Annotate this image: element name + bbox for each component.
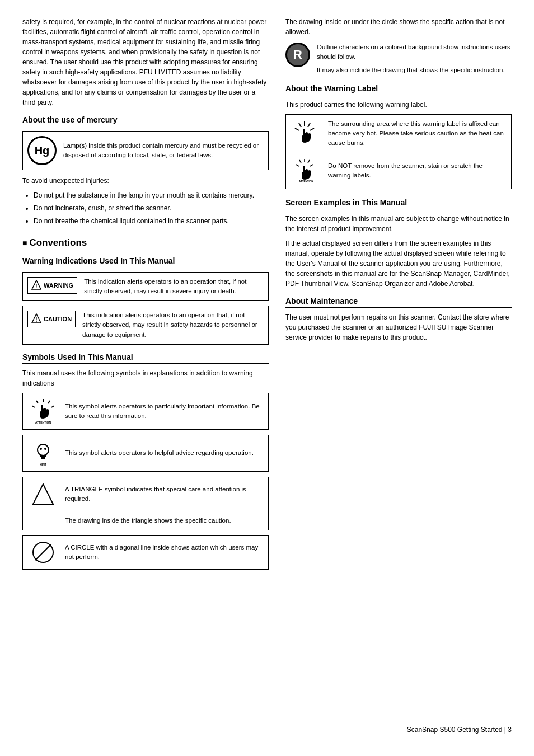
circle-slash-text: A CIRCLE with a diagonal line inside sho… bbox=[65, 543, 264, 562]
mercury-box-text: Lamp(s) inside this product contain merc… bbox=[63, 141, 264, 161]
svg-line-23 bbox=[295, 128, 299, 130]
warning-box: ! WARNING This indication alerts operato… bbox=[22, 272, 269, 302]
footer-text: ScanSnap S500 Getting Started | 3 bbox=[407, 726, 512, 734]
svg-rect-13 bbox=[40, 456, 46, 457]
caution-description: This indication alerts operators to an o… bbox=[82, 311, 264, 340]
svg-line-18 bbox=[35, 544, 51, 560]
bullet-1: Do not put the substance in the lamp in … bbox=[34, 190, 269, 201]
svg-line-5 bbox=[48, 401, 50, 403]
r-text-2: Outline characters on a colored backgrou… bbox=[317, 43, 512, 62]
attention-symbol-group: ATTENTION This symbol alerts operators t… bbox=[22, 393, 269, 430]
warning-label-intro: This product carries the following warni… bbox=[285, 100, 512, 110]
caution-box: ! CAUTION This indication alerts operato… bbox=[22, 306, 269, 345]
svg-text:ATTENTION: ATTENTION bbox=[299, 180, 313, 182]
svg-line-28 bbox=[296, 165, 299, 166]
r-text-3: It may also include the drawing that sho… bbox=[317, 65, 512, 75]
triangle-text: A TRIANGLE symbol indicates that special… bbox=[65, 485, 264, 504]
circle-slash-symbol-row: A CIRCLE with a diagonal line inside sho… bbox=[22, 535, 269, 570]
r-label: R bbox=[293, 48, 302, 62]
svg-point-10 bbox=[38, 444, 49, 456]
symbols-intro: This manual uses the following symbols i… bbox=[22, 368, 269, 388]
triangle-text-group: A TRIANGLE symbol indicates that special… bbox=[65, 485, 264, 504]
caution-label: ! CAUTION bbox=[27, 311, 76, 327]
svg-text:!: ! bbox=[35, 283, 37, 289]
intro-paragraph: safety is required, for example, in the … bbox=[22, 17, 269, 107]
warning-label-title: About the Warning Label bbox=[285, 84, 512, 95]
two-column-layout: safety is required, for example, in the … bbox=[22, 17, 512, 710]
triangle-symbol-group: A TRIANGLE symbol indicates that special… bbox=[22, 477, 269, 530]
triangle-symbol-row: A TRIANGLE symbol indicates that special… bbox=[23, 477, 268, 511]
screen-examples-title: Screen Examples in This Manual bbox=[285, 198, 512, 209]
heat-warning-row: The surrounding area where this warning … bbox=[285, 114, 512, 153]
maintenance-text: The user must not perform repairs on thi… bbox=[285, 312, 512, 342]
svg-text:HINT: HINT bbox=[40, 463, 46, 466]
svg-line-20 bbox=[308, 123, 310, 127]
warning-label: ! WARNING bbox=[27, 277, 77, 294]
do-not-remove-text: Do NOT remove from the scanner, stain or… bbox=[328, 161, 507, 181]
attention-text: This symbol alerts operators to particul… bbox=[65, 402, 264, 421]
svg-point-11 bbox=[40, 448, 42, 450]
warning-description: This indication alerts operators to an o… bbox=[84, 277, 264, 297]
svg-line-26 bbox=[310, 165, 313, 166]
triangle-icon-standalone bbox=[27, 482, 58, 506]
left-column: safety is required, for example, in the … bbox=[22, 17, 269, 710]
svg-line-27 bbox=[299, 160, 301, 163]
circle-slash-icon bbox=[27, 540, 58, 565]
svg-line-7 bbox=[36, 401, 38, 403]
hg-icon: Hg bbox=[27, 136, 57, 165]
bullet-2: Do not incinerate, crush, or shred the s… bbox=[34, 203, 269, 214]
svg-line-8 bbox=[32, 406, 35, 407]
svg-line-22 bbox=[299, 123, 301, 127]
svg-marker-16 bbox=[33, 484, 53, 504]
page-footer: ScanSnap S500 Getting Started | 3 bbox=[22, 721, 512, 734]
conventions-title: Conventions bbox=[22, 237, 269, 248]
heat-warning-text: The surrounding area where this warning … bbox=[328, 119, 507, 148]
bullet-3: Do not breathe the chemical liquid conta… bbox=[34, 216, 269, 227]
svg-text:ATTENTION: ATTENTION bbox=[35, 421, 51, 424]
attention-icon: ATTENTION bbox=[27, 398, 58, 425]
caution-triangle-icon: ! bbox=[31, 313, 41, 325]
caution-label-text: CAUTION bbox=[44, 316, 72, 322]
hint-icon: HINT bbox=[27, 440, 58, 467]
page: safety is required, for example, in the … bbox=[0, 0, 534, 756]
svg-line-6 bbox=[51, 406, 54, 407]
svg-point-12 bbox=[44, 448, 46, 450]
hint-symbol-group: HINT This symbol alerts operators to hel… bbox=[22, 435, 269, 472]
heat-warning-icon bbox=[291, 120, 321, 147]
warning-indications-title: Warning Indications Used In This Manual bbox=[22, 256, 269, 267]
circle-text-1: The drawing inside or under the circle s… bbox=[285, 17, 512, 37]
triangle-sub-row: The drawing inside the triangle shows th… bbox=[23, 511, 268, 530]
right-column: The drawing inside or under the circle s… bbox=[285, 17, 512, 710]
mercury-title: About the use of mercury bbox=[22, 115, 269, 126]
mercury-bullets: Do not put the substance in the lamp in … bbox=[34, 190, 269, 227]
avoid-text: To avoid unexpected injuries: bbox=[22, 176, 269, 186]
svg-rect-14 bbox=[41, 457, 45, 459]
hint-symbol-row: HINT This symbol alerts operators to hel… bbox=[23, 435, 268, 472]
r-circle-section: R Outline characters on a colored backgr… bbox=[285, 43, 512, 75]
do-not-remove-row: ATTENTION Do NOT remove from the scanner… bbox=[285, 153, 512, 189]
r-circle-icon: R bbox=[285, 43, 310, 67]
svg-line-25 bbox=[308, 160, 310, 163]
triangle-sub-text: The drawing inside the triangle shows th… bbox=[65, 516, 231, 525]
screen-examples-text2: If the actual displayed screen differs f… bbox=[285, 238, 512, 289]
do-not-remove-icon: ATTENTION bbox=[291, 158, 321, 184]
svg-line-21 bbox=[310, 128, 314, 130]
hint-text: This symbol alerts operators to helpful … bbox=[65, 448, 254, 458]
warning-label-text: WARNING bbox=[44, 282, 73, 289]
mercury-box: Hg Lamp(s) inside this product contain m… bbox=[22, 131, 269, 170]
screen-examples-text1: The screen examples in this manual are s… bbox=[285, 214, 512, 234]
warning-triangle-icon: ! bbox=[31, 280, 41, 291]
symbols-title: Symbols Used In This Manual bbox=[22, 353, 269, 364]
attention-symbol-row: ATTENTION This symbol alerts operators t… bbox=[23, 393, 268, 430]
svg-text:!: ! bbox=[35, 317, 37, 323]
r-circle-texts: Outline characters on a colored backgrou… bbox=[317, 43, 512, 75]
maintenance-title: About Maintenance bbox=[285, 297, 512, 308]
